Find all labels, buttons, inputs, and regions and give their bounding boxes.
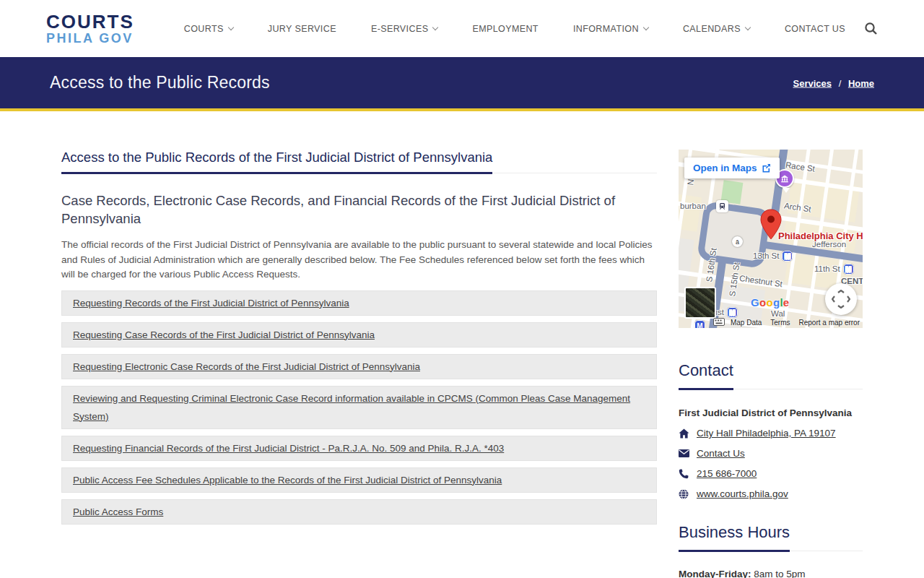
expand-arrows-icon	[832, 290, 850, 309]
sidebar: Race St Arch St Chestnut St Jefferson 13…	[679, 150, 863, 578]
breadcrumb-services[interactable]: Services	[793, 77, 832, 88]
business-hours-heading: Business Hours	[679, 523, 863, 551]
business-hours-line: Monday-Friday: 8am to 5pm	[679, 569, 863, 578]
nav-employment[interactable]: EMPLOYMENT	[472, 24, 539, 34]
envelope-icon	[679, 449, 690, 459]
phone-icon	[679, 469, 690, 479]
map-marker-label: Philadelphia City H	[778, 230, 863, 241]
link-cpcms-criminal-records[interactable]: Reviewing and Requesting Criminal Electr…	[73, 393, 630, 422]
external-link-icon	[762, 163, 771, 173]
metro-station-icon: M	[843, 264, 854, 275]
list-item: Requesting Records of the First Judicial…	[61, 290, 657, 316]
location-map[interactable]: Race St Arch St Chestnut St Jefferson 13…	[679, 150, 863, 328]
breadcrumb: Services / Home	[793, 77, 875, 88]
search-icon	[864, 22, 878, 35]
map-data-link[interactable]: Map Data	[731, 319, 762, 327]
map-street-label: Wal	[771, 309, 785, 318]
contact-email-row: Contact Us	[679, 448, 863, 459]
nav-calendars[interactable]: CALENDARS	[683, 24, 750, 34]
nav-e-services[interactable]: E-SERVICES	[371, 24, 438, 34]
page-banner: Access to the Public Records Services / …	[0, 57, 924, 111]
top-navigation: COURTS PHILA GOV COURTS JURY SERVICE E-S…	[0, 0, 924, 57]
list-item: Requesting Case Records of the First Jud…	[61, 322, 657, 348]
link-requesting-electronic-case-records[interactable]: Requesting Electronic Case Records of th…	[73, 361, 420, 372]
satellite-view-toggle[interactable]	[684, 287, 716, 319]
contact-phone-row: 215 686-7000	[679, 468, 863, 479]
nav-courts[interactable]: COURTS	[184, 24, 233, 34]
content-area: Access to the Public Records of the Firs…	[0, 111, 924, 578]
contact-section: Contact First Judicial District of Penns…	[679, 361, 863, 499]
records-link-list: Requesting Records of the First Judicial…	[61, 290, 657, 525]
map-pan-control[interactable]	[825, 283, 857, 315]
section-heading: Access to the Public Records of the Firs…	[61, 150, 657, 173]
map-marker-pin[interactable]	[759, 209, 783, 241]
report-map-error-link[interactable]: Report a map error	[799, 319, 860, 327]
main-menu: COURTS JURY SERVICE E-SERVICES EMPLOYMEN…	[184, 24, 845, 34]
metro-station-icon: M	[727, 307, 738, 318]
nav-jury-service[interactable]: JURY SERVICE	[268, 24, 336, 34]
main-column: Access to the Public Records of the Firs…	[61, 150, 657, 578]
link-public-access-forms[interactable]: Public Access Forms	[73, 506, 163, 517]
website-link[interactable]: www.courts.phila.gov	[697, 488, 788, 499]
link-financial-records[interactable]: Requesting Financial Records of the Firs…	[73, 443, 504, 454]
page-title: Access to the Public Records	[50, 73, 270, 92]
phone-link[interactable]: 215 686-7000	[697, 468, 757, 479]
terms-link[interactable]: Terms	[770, 319, 790, 327]
train-station-icon	[716, 200, 728, 212]
breadcrumb-home[interactable]: Home	[848, 77, 874, 88]
list-item: Requesting Financial Records of the Firs…	[61, 436, 657, 461]
google-logo[interactable]: Google	[751, 296, 790, 309]
logo-line2: PHILA GOV	[46, 32, 134, 45]
contact-website-row: www.courts.phila.gov	[679, 488, 863, 499]
chevron-down-icon	[228, 25, 234, 30]
site-logo[interactable]: COURTS PHILA GOV	[46, 12, 134, 45]
trolley-stop-icon: ā	[732, 236, 743, 247]
business-hours-section: Business Hours Monday-Friday: 8am to 5pm	[679, 523, 863, 578]
open-in-maps-button[interactable]: Open in Maps	[684, 158, 780, 178]
contact-address-row: City Hall Philadelphia, PA 19107	[679, 428, 863, 439]
home-icon	[679, 428, 690, 439]
map-attribution: Map Data Terms Report a map error	[731, 319, 860, 327]
nav-information[interactable]: INFORMATION	[573, 24, 648, 34]
list-item: Public Access Forms	[61, 499, 657, 525]
logo-line1: COURTS	[46, 12, 134, 31]
chevron-down-icon	[432, 25, 438, 30]
intro-paragraph: The official records of the First Judici…	[61, 238, 657, 282]
contact-heading: Contact	[679, 361, 863, 389]
breadcrumb-separator: /	[839, 77, 842, 88]
section-subheading: Case Records, Electronic Case Records, a…	[61, 191, 657, 228]
keyboard-shortcuts-icon[interactable]	[713, 318, 725, 326]
metro-station-icon: M	[694, 320, 705, 328]
chevron-down-icon	[643, 25, 649, 30]
organization-name: First Judicial District of Pennsylvania	[679, 407, 863, 418]
list-item: Reviewing and Requesting Criminal Electr…	[61, 386, 657, 429]
link-requesting-case-records[interactable]: Requesting Case Records of the First Jud…	[73, 329, 375, 340]
map-street-label: 11th StM	[814, 264, 854, 275]
globe-icon	[679, 489, 690, 499]
list-item: Public Access Fee Schedules Applicable t…	[61, 467, 657, 493]
chevron-down-icon	[745, 25, 751, 30]
link-requesting-records[interactable]: Requesting Records of the First Judicial…	[73, 298, 349, 309]
business-hours-days: Monday-Friday:	[679, 569, 751, 578]
business-hours-time: 8am to 5pm	[754, 569, 805, 578]
list-item: Requesting Electronic Case Records of th…	[61, 354, 657, 379]
contact-us-link[interactable]: Contact Us	[697, 448, 745, 459]
link-fee-schedules[interactable]: Public Access Fee Schedules Applicable t…	[73, 475, 502, 486]
metro-station-icon: M	[782, 251, 793, 262]
search-button[interactable]	[864, 22, 878, 35]
map-street-label: 13th StM	[753, 251, 793, 262]
nav-contact-us[interactable]: CONTACT US	[785, 24, 845, 34]
map-street-label: burban	[680, 202, 706, 210]
address-link[interactable]: City Hall Philadelphia, PA 19107	[697, 428, 836, 439]
